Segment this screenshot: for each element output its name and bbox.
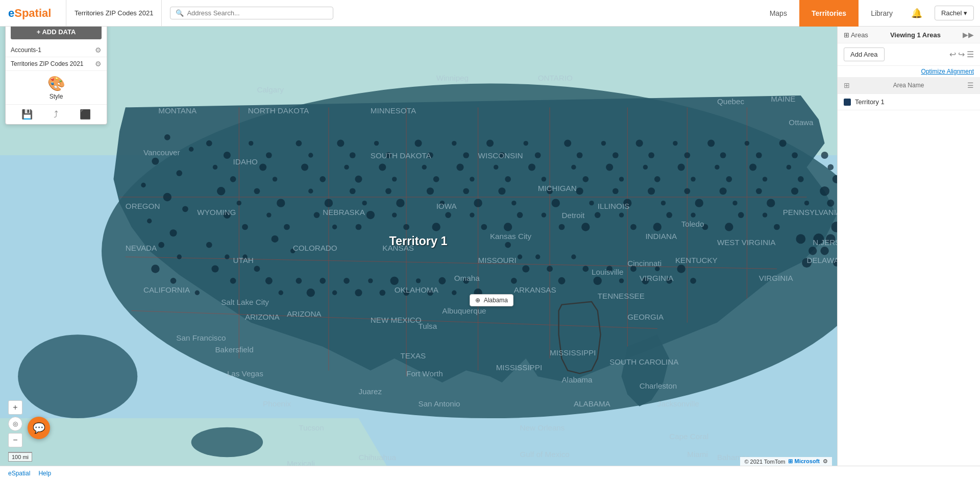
svg-text:Miami: Miami: [687, 450, 708, 459]
zoom-out-button[interactable]: −: [8, 433, 22, 447]
svg-point-156: [798, 176, 804, 182]
svg-point-61: [350, 188, 356, 194]
export-button[interactable]: ⬛: [80, 109, 91, 120]
svg-point-128: [653, 223, 662, 231]
grid-icon: ⊞: [844, 31, 849, 39]
svg-point-206: [379, 290, 385, 296]
chat-button[interactable]: 💬: [28, 417, 50, 439]
svg-point-75: [422, 165, 427, 170]
footer-logo-link[interactable]: eSpatial: [8, 470, 30, 477]
svg-point-182: [594, 277, 602, 285]
svg-text:VIRGINIA: VIRGINIA: [640, 274, 674, 282]
svg-point-56: [332, 225, 337, 229]
svg-text:IOWA: IOWA: [436, 202, 457, 210]
svg-text:San Antonio: San Antonio: [419, 399, 460, 408]
svg-text:Chihuahua: Chihuahua: [358, 453, 396, 462]
control-panel-footer: 💾 ⤴ ⬛: [6, 105, 107, 124]
svg-point-153: [779, 140, 787, 147]
svg-point-86: [474, 199, 482, 207]
footer-help-link[interactable]: Help: [38, 470, 51, 477]
undo-button[interactable]: ↩: [949, 50, 956, 59]
svg-point-207: [390, 277, 398, 285]
scale-indicator: 100 mi: [8, 452, 32, 462]
svg-point-200: [307, 289, 315, 297]
attribution-settings-icon[interactable]: ⚙: [823, 458, 828, 465]
svg-point-148: [763, 177, 767, 181]
viewing-count: Viewing 1 Areas: [890, 31, 941, 39]
svg-point-107: [571, 165, 576, 170]
svg-text:MINNESOTA: MINNESOTA: [371, 106, 416, 115]
svg-text:GEORGIA: GEORGIA: [627, 313, 664, 321]
nav-right: Maps Territories Library 🔔 Rachel ▾: [757, 0, 980, 27]
svg-point-143: [738, 212, 744, 218]
share-button[interactable]: ⤴: [54, 109, 58, 120]
library-nav-button[interactable]: Library: [859, 0, 905, 27]
svg-point-160: [808, 247, 817, 255]
svg-point-198: [279, 291, 283, 295]
svg-point-71: [392, 212, 397, 217]
svg-point-201: [320, 278, 326, 284]
territory-list-item[interactable]: Territory 1: [838, 94, 980, 110]
svg-text:UTAH: UTAH: [233, 256, 254, 265]
svg-point-202: [332, 291, 337, 295]
svg-point-27: [177, 254, 182, 259]
svg-text:NEBRASKA: NEBRASKA: [323, 208, 365, 217]
svg-point-142: [732, 201, 737, 205]
search-bar[interactable]: 🔍: [170, 7, 333, 19]
svg-point-125: [648, 187, 655, 195]
save-button[interactable]: 💾: [21, 109, 33, 120]
svg-point-60: [355, 176, 362, 183]
svg-text:MONTANA: MONTANA: [158, 106, 197, 115]
svg-point-163: [821, 152, 828, 159]
area-list-menu-button[interactable]: ☰: [967, 81, 974, 89]
svg-text:OKLAHOMA: OKLAHOMA: [395, 285, 439, 294]
layer-settings-icon[interactable]: ⚙: [95, 60, 102, 68]
svg-text:Fort Worth: Fort Worth: [406, 369, 443, 378]
svg-text:Cape Coral: Cape Coral: [669, 432, 708, 441]
svg-point-92: [505, 176, 511, 182]
right-panel: ⊞ Areas Viewing 1 Areas ▶▶ Add Area ↩ ↪ …: [837, 27, 980, 480]
svg-point-209: [416, 278, 421, 283]
svg-point-192: [225, 254, 229, 259]
svg-point-180: [571, 254, 576, 259]
territory-map-label: Territory 1: [389, 234, 447, 248]
svg-point-76: [433, 176, 439, 182]
right-panel-expand-button[interactable]: ▶▶: [963, 31, 974, 39]
add-area-button[interactable]: Add Area: [844, 47, 885, 61]
style-label: Style: [50, 93, 63, 100]
compass-button[interactable]: ◎: [8, 417, 22, 431]
map-svg[interactable]: Calgary Winnipeg ONTARIO Quebec Ottawa M…: [0, 27, 980, 480]
svg-point-130: [684, 152, 690, 158]
optimize-alignment-link[interactable]: Optimize Alignment: [838, 66, 980, 77]
svg-point-137: [707, 140, 715, 147]
zoom-in-button[interactable]: +: [8, 400, 22, 415]
svg-point-25: [169, 229, 177, 236]
svg-point-158: [804, 201, 809, 205]
svg-text:NORTH DAKOTA: NORTH DAKOTA: [248, 106, 309, 115]
maps-nav-button[interactable]: Maps: [757, 0, 799, 27]
svg-point-89: [486, 140, 494, 147]
territories-nav-button[interactable]: Territories: [799, 0, 859, 27]
svg-point-26: [158, 242, 164, 248]
redo-button[interactable]: ↪: [958, 50, 965, 59]
svg-point-36: [237, 201, 241, 205]
notification-button[interactable]: 🔔: [905, 0, 928, 27]
svg-text:Cincinnati: Cincinnati: [627, 259, 662, 268]
zoom-controls: + ◎ −: [8, 400, 22, 449]
right-panel-header: ⊞ Areas Viewing 1 Areas ▶▶: [838, 27, 980, 43]
area-grid-icon-button[interactable]: ⊞: [844, 81, 850, 89]
svg-point-38: [242, 224, 248, 230]
svg-point-171: [820, 247, 828, 255]
add-data-button[interactable]: + ADD DATA: [11, 25, 102, 39]
svg-point-205: [368, 278, 373, 283]
svg-text:NEVADA: NEVADA: [126, 244, 157, 252]
svg-point-141: [720, 187, 727, 195]
menu-button[interactable]: ☰: [967, 50, 974, 59]
svg-point-166: [820, 186, 829, 196]
user-menu-button[interactable]: Rachel ▾: [935, 6, 974, 20]
svg-text:WISCONSIN: WISCONSIN: [478, 151, 523, 160]
layer-settings-icon[interactable]: ⚙: [95, 46, 102, 54]
address-search-input[interactable]: [187, 9, 328, 17]
svg-point-116: [619, 177, 624, 181]
svg-point-73: [414, 140, 422, 147]
